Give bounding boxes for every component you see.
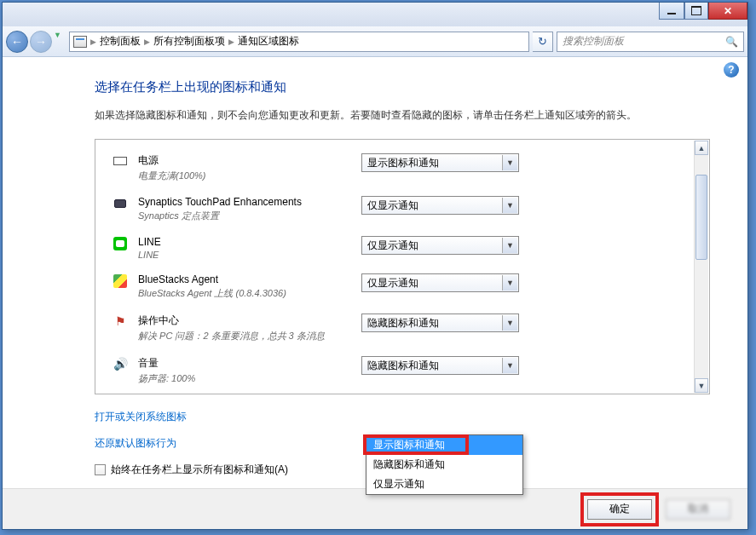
ok-button[interactable]: 确定 xyxy=(587,499,652,520)
list-item: BlueStacks Agent BlueStacks Agent 上线 (0.… xyxy=(113,267,685,307)
chevron-down-icon: ▼ xyxy=(502,238,517,253)
behavior-select[interactable]: 仅显示通知▼ xyxy=(361,236,519,255)
page-title: 选择在任务栏上出现的图标和通知 xyxy=(95,79,710,95)
scrollbar[interactable]: ▲ ▼ xyxy=(694,141,708,393)
help-icon[interactable]: ? xyxy=(724,62,739,78)
ok-button-highlight: 确定 xyxy=(580,492,659,526)
item-name: 音量 xyxy=(138,356,351,371)
always-show-checkbox[interactable] xyxy=(95,464,106,475)
item-name: 操作中心 xyxy=(138,314,351,328)
icon-list: ▲ ▼ 电源 电量充满(100%) 显示图标和通知▼ Synaptics Tou xyxy=(95,139,710,394)
behavior-dropdown-open: 显示图标和通知 隐藏图标和通知 仅显示通知 xyxy=(366,434,523,495)
content-area: ? 选择在任务栏上出现的图标和通知 如果选择隐藏图标和通知，则不会向您通知更改和… xyxy=(3,57,747,529)
list-item: 电源 电量充满(100%) 显示图标和通知▼ xyxy=(113,147,685,189)
list-item: Synaptics TouchPad Enhancements Synaptic… xyxy=(113,189,685,229)
breadcrumb[interactable]: 通知区域图标 xyxy=(238,34,299,49)
behavior-select[interactable]: 隐藏图标和通知▼ xyxy=(361,314,519,332)
chevron-right-icon: ▶ xyxy=(228,37,234,46)
item-name: 电源 xyxy=(138,153,351,168)
item-name: BlueStacks Agent xyxy=(138,273,351,285)
item-name: LINE xyxy=(138,236,351,248)
scroll-up-button[interactable]: ▲ xyxy=(695,141,708,155)
behavior-select[interactable]: 显示图标和通知▼ xyxy=(361,153,519,172)
nav-forward-button[interactable]: → xyxy=(30,31,52,53)
minimize-button[interactable] xyxy=(659,3,684,20)
maximize-button[interactable] xyxy=(684,3,708,20)
chevron-down-icon: ▼ xyxy=(502,155,517,170)
titlebar xyxy=(3,3,747,26)
item-name: Synaptics TouchPad Enhancements xyxy=(138,196,351,208)
refresh-button[interactable]: ↻ xyxy=(533,32,553,52)
close-button[interactable] xyxy=(708,3,747,20)
item-sub: 电量充满(100%) xyxy=(138,170,351,182)
behavior-select[interactable]: 隐藏图标和通知▼ xyxy=(361,356,519,375)
behavior-select[interactable]: 仅显示通知▼ xyxy=(361,196,519,215)
dropdown-option[interactable]: 仅显示通知 xyxy=(366,475,522,494)
list-item: LINE LINE 仅显示通知▼ xyxy=(113,229,685,267)
cancel-button[interactable]: 取消 xyxy=(666,499,730,520)
volume-icon: 🔊 xyxy=(113,356,128,371)
control-panel-icon xyxy=(73,36,87,48)
item-sub: 扬声器: 100% xyxy=(138,372,351,385)
chevron-down-icon: ▼ xyxy=(502,275,517,291)
scroll-thumb[interactable] xyxy=(695,175,707,260)
behavior-select[interactable]: 仅显示通知▼ xyxy=(361,273,519,292)
touchpad-icon xyxy=(113,196,128,211)
breadcrumb[interactable]: 控制面板 xyxy=(100,34,141,49)
item-sub: Synaptics 定点装置 xyxy=(138,210,351,222)
dropdown-option[interactable]: 显示图标和通知 xyxy=(366,435,522,455)
address-bar[interactable]: ▶ 控制面板 ▶ 所有控制面板项 ▶ 通知区域图标 xyxy=(69,32,529,52)
chevron-right-icon: ▶ xyxy=(144,37,150,46)
nav-history-dropdown[interactable]: ▼ xyxy=(54,31,66,53)
system-icons-link[interactable]: 打开或关闭系统图标 xyxy=(95,410,747,424)
breadcrumb[interactable]: 所有控制面板项 xyxy=(153,34,225,49)
nav-back-button[interactable]: ← xyxy=(6,31,28,53)
bluestacks-icon xyxy=(113,273,128,289)
chevron-down-icon: ▼ xyxy=(502,315,517,331)
list-item: ⚑ 操作中心 解决 PC 问题：2 条重要消息，总共 3 条消息 隐藏图标和通知… xyxy=(113,307,685,349)
page-description: 如果选择隐藏图标和通知，则不会向您通知更改和更新。若要随时查看隐藏的图标，请单击… xyxy=(95,107,710,124)
scroll-down-button[interactable]: ▼ xyxy=(695,378,708,393)
battery-icon xyxy=(113,153,128,169)
navbar: ← → ▼ ▶ 控制面板 ▶ 所有控制面板项 ▶ 通知区域图标 ↻ 搜索控制面板… xyxy=(3,26,747,57)
item-sub: LINE xyxy=(138,250,351,260)
dropdown-option[interactable]: 隐藏图标和通知 xyxy=(366,455,522,475)
chevron-right-icon: ▶ xyxy=(90,37,96,46)
search-placeholder: 搜索控制面板 xyxy=(563,34,624,49)
list-item: 🔊 音量 扬声器: 100% 隐藏图标和通知▼ xyxy=(113,349,685,392)
line-icon xyxy=(113,236,128,251)
checkbox-label: 始终在任务栏上显示所有图标和通知(A) xyxy=(111,463,288,477)
item-sub: 解决 PC 问题：2 条重要消息，总共 3 条消息 xyxy=(138,330,351,342)
chevron-down-icon: ▼ xyxy=(502,358,517,373)
search-input[interactable]: 搜索控制面板 🔍 xyxy=(557,32,744,52)
flag-icon: ⚑ xyxy=(113,314,128,329)
search-icon: 🔍 xyxy=(725,36,738,48)
control-panel-window: ← → ▼ ▶ 控制面板 ▶ 所有控制面板项 ▶ 通知区域图标 ↻ 搜索控制面板… xyxy=(2,2,748,530)
chevron-down-icon: ▼ xyxy=(502,198,517,213)
item-sub: BlueStacks Agent 上线 (0.8.4.3036) xyxy=(138,287,351,300)
